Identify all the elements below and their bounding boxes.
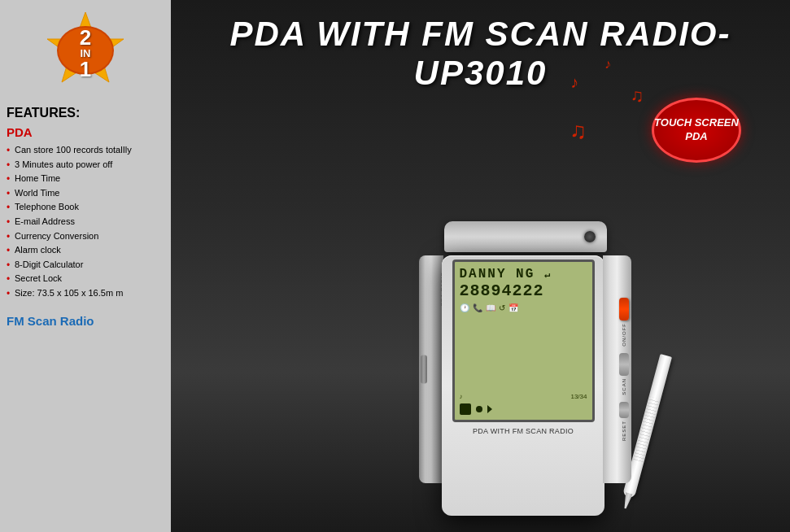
refresh-icon: ↺	[499, 303, 505, 312]
screen-small-icon: ♪	[460, 393, 463, 400]
badge-text: 2 IN 1	[80, 27, 91, 80]
screen-page-number: 13/34	[570, 393, 587, 400]
camera-dot	[584, 231, 596, 242]
list-item: E-mail Address	[7, 215, 132, 229]
scan-label: SCAN	[622, 378, 626, 395]
screen-content: DANNY NG ↵ 28894222 🕐 📞 📖 ↺ 📅	[455, 262, 592, 317]
pda-device: PDA·RADIO DANNY NG ↵ 28894222	[419, 221, 631, 516]
list-item: Home Time	[7, 172, 132, 186]
list-item: 8-Digit Calculator	[7, 258, 132, 273]
nav-dot	[476, 406, 482, 412]
onoff-label: ON/OFF	[622, 323, 626, 347]
list-item: Alarm clock	[7, 243, 132, 258]
fm-label: FM Scan Radio	[7, 314, 94, 328]
music-note-icon: ♫	[570, 118, 587, 144]
stylus-tip	[622, 492, 633, 510]
screen-nav	[460, 403, 587, 415]
list-item: Telephone Book	[7, 200, 132, 215]
music-note-icon: ♪	[570, 73, 578, 92]
list-item: World Time	[7, 186, 132, 201]
device-main-body: DANNY NG ↵ 28894222 🕐 📞 📖 ↺ 📅	[442, 255, 605, 516]
device-wrapper: PDA·RADIO DANNY NG ↵ 28894222	[277, 158, 774, 516]
device-top-bar	[444, 221, 607, 252]
touch-screen-badge: TOUCH SCREEN PDA	[652, 98, 741, 163]
device-screen[interactable]: DANNY NG ↵ 28894222 🕐 📞 📖 ↺ 📅	[452, 259, 595, 422]
music-note-icon: ♫	[631, 85, 644, 107]
onoff-button-group: ON/OFF	[619, 298, 629, 347]
phone-icon: 📞	[473, 303, 482, 312]
side-button-left[interactable]	[421, 355, 427, 384]
screen-bottom: ♪ 13/34	[460, 393, 587, 415]
book-icon: 📖	[486, 303, 495, 312]
product-title: PDA WITH FM SCAN RADIO-UP3010	[171, 15, 790, 93]
reset-button-group: RESET	[619, 402, 629, 441]
nav-arrow[interactable]	[487, 405, 495, 413]
device-side-left: PDA·RADIO	[419, 255, 443, 483]
screen-name: DANNY NG ↵	[460, 267, 587, 281]
scan-button-group: SCAN	[619, 353, 629, 395]
touch-badge-line2: PDA	[685, 130, 707, 144]
screen-number: 28894222	[460, 281, 587, 300]
main-title-area: PDA WITH FM SCAN RADIO-UP3010	[171, 0, 790, 101]
calendar-icon: 📅	[508, 303, 518, 312]
list-item: Can store 100 records totalIly	[7, 143, 132, 158]
list-item: Size: 73.5 x 105 x 16.5m m	[7, 286, 132, 301]
scan-button[interactable]	[619, 353, 629, 376]
feature-list: Can store 100 records totalIly 3 Minutes…	[7, 143, 132, 301]
clock-icon: 🕐	[460, 303, 469, 312]
device-side-right: ON/OFF SCAN RESET	[603, 255, 631, 483]
onoff-button[interactable]	[619, 298, 629, 321]
device-bottom-label: PDA WITH FM SCAN RADIO	[473, 427, 574, 435]
reset-button[interactable]	[619, 402, 629, 418]
sidebar: 2 IN 1 FEATURES: PDA Can store 100 recor…	[0, 0, 171, 532]
features-title: FEATURES:	[7, 106, 80, 120]
main-content: PDA WITH FM SCAN RADIO-UP3010 ♪ ♪ ♫ ♫ TO…	[171, 0, 790, 532]
device-body: PDA·RADIO DANNY NG ↵ 28894222	[419, 255, 631, 516]
list-item: Secret Lock	[7, 272, 132, 286]
touch-badge-line1: TOUCH SCREEN	[654, 116, 739, 130]
screen-icon-row: 🕐 📞 📖 ↺ 📅	[460, 303, 587, 312]
reset-label: RESET	[622, 421, 626, 441]
list-item: Currency Conversion	[7, 229, 132, 244]
list-item: 3 Minutes auto power off	[7, 158, 132, 172]
stylus-grip	[633, 397, 660, 463]
music-note-icon: ♪	[605, 57, 611, 72]
nav-btn-1[interactable]	[460, 403, 471, 415]
badge-2in1: 2 IN 1	[41, 8, 130, 98]
pda-label: PDA	[7, 125, 33, 139]
